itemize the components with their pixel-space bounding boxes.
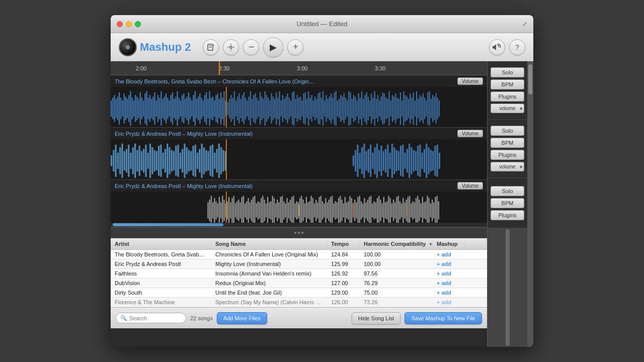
svg-rect-268 <box>363 144 365 178</box>
solo-btn-1[interactable]: Solo <box>491 67 524 77</box>
svg-rect-323 <box>236 201 237 219</box>
svg-rect-240 <box>178 145 179 177</box>
svg-rect-64 <box>207 99 208 118</box>
track-waveform-3[interactable] <box>111 192 487 227</box>
svg-rect-171 <box>380 97 381 120</box>
svg-rect-197 <box>423 94 424 124</box>
playhead[interactable] <box>219 61 220 75</box>
settings-button[interactable] <box>223 39 239 55</box>
svg-rect-36 <box>163 99 164 118</box>
svg-rect-111 <box>284 99 285 118</box>
cell-tempo: 126.00 <box>327 299 360 305</box>
add-button[interactable]: + <box>287 39 303 55</box>
svg-rect-301 <box>434 146 436 176</box>
svg-rect-317 <box>227 201 228 219</box>
play-button[interactable]: ▶ <box>263 37 283 57</box>
svg-rect-90 <box>250 92 251 126</box>
svg-rect-407 <box>372 204 373 218</box>
svg-rect-432 <box>412 201 413 219</box>
svg-rect-223 <box>141 151 142 170</box>
add-song-btn-5[interactable]: + add <box>433 290 465 296</box>
svg-rect-321 <box>233 196 234 225</box>
bpm-btn-2[interactable]: BPM <box>491 138 524 148</box>
add-song-btn-2[interactable]: + add <box>433 261 465 267</box>
hide-song-list-button[interactable]: Hide Song List <box>352 312 401 324</box>
cell-song: Until the End (feat. Joe Gil) <box>211 290 327 296</box>
svg-rect-126 <box>308 92 309 126</box>
svg-rect-320 <box>231 198 232 223</box>
col-header-compat[interactable]: Harmonic Compatibility ▼ <box>360 241 433 247</box>
svg-rect-84 <box>240 99 242 118</box>
svg-rect-58 <box>198 97 199 120</box>
track-volume-btn-1[interactable]: Volume <box>457 77 483 85</box>
save-mashup-button[interactable]: Save Mashup To New File <box>405 312 482 324</box>
table-row[interactable]: Faithless Insomnia (Armand Van Helden's … <box>111 269 487 279</box>
remove-button[interactable]: − <box>243 39 259 55</box>
vertical-scrollbar[interactable] <box>527 61 533 347</box>
svg-rect-201 <box>429 92 430 126</box>
svg-rect-52 <box>188 93 189 125</box>
svg-rect-127 <box>309 98 310 119</box>
track-3-controls: Solo BPM Plugins <box>488 178 527 228</box>
svg-rect-415 <box>385 202 386 218</box>
svg-rect-59 <box>199 94 200 124</box>
bpm-btn-1[interactable]: BPM <box>491 79 524 89</box>
svg-rect-222 <box>139 146 140 176</box>
svg-rect-62 <box>204 95 205 122</box>
add-song-btn-3[interactable]: + add <box>433 270 465 277</box>
table-row[interactable]: Dirty South Until the End (feat. Joe Gil… <box>111 288 487 298</box>
track-type-select-1[interactable]: volume <box>491 104 524 113</box>
table-row[interactable]: DubVision Redux (Original Mix) 127.00 76… <box>111 279 487 288</box>
solo-btn-3[interactable]: Solo <box>491 186 524 196</box>
svg-rect-307 <box>211 196 212 225</box>
search-icon: 🔍 <box>120 315 127 321</box>
svg-rect-149 <box>345 98 346 119</box>
svg-rect-108 <box>279 92 280 126</box>
svg-rect-105 <box>274 99 275 118</box>
expand-button[interactable]: ⤢ <box>522 21 527 28</box>
svg-rect-277 <box>383 151 384 170</box>
toolbar-right: ? <box>489 39 525 55</box>
svg-rect-366 <box>306 197 307 224</box>
table-row[interactable]: The Bloody Beetroots, Greta Svabo Bech C… <box>111 250 487 259</box>
add-more-files-button[interactable]: Add More Files <box>217 312 267 324</box>
plugins-btn-1[interactable]: Plugins <box>491 92 524 102</box>
svg-rect-356 <box>290 200 291 221</box>
help-button[interactable]: ? <box>509 39 525 55</box>
svg-rect-243 <box>184 144 185 178</box>
resize-divider[interactable] <box>111 227 487 238</box>
add-song-btn-1[interactable]: + add <box>433 251 465 257</box>
plugins-btn-3[interactable]: Plugins <box>491 210 524 220</box>
solo-btn-2[interactable]: Solo <box>491 126 524 136</box>
table-row[interactable]: Eric Prydz & Andreas Postl Mighty Love (… <box>111 259 487 269</box>
edit-button[interactable] <box>203 39 219 55</box>
add-song-btn-4[interactable]: + add <box>433 280 465 286</box>
search-input[interactable] <box>129 315 182 321</box>
add-song-btn-6[interactable]: + add <box>433 299 465 305</box>
close-button[interactable] <box>117 21 123 27</box>
table-row[interactable]: Florence & The Machine Spectrum (Say My … <box>111 298 487 307</box>
svg-rect-345 <box>272 196 273 225</box>
plugins-btn-2[interactable]: Plugins <box>491 150 524 160</box>
track-volume-btn-2[interactable]: Volume <box>457 130 483 137</box>
svg-rect-151 <box>348 92 349 126</box>
bpm-btn-3[interactable]: BPM <box>491 198 524 208</box>
svg-rect-341 <box>266 204 267 218</box>
svg-rect-363 <box>301 196 302 225</box>
track-type-select-2[interactable]: volume <box>491 162 524 171</box>
right-scrollbar[interactable] <box>488 228 527 347</box>
svg-rect-125 <box>306 99 307 118</box>
svg-rect-142 <box>334 93 335 125</box>
track-waveform-1[interactable] <box>111 87 487 127</box>
svg-rect-172 <box>382 93 383 125</box>
svg-rect-69 <box>215 95 216 122</box>
track-waveform-2[interactable] <box>111 139 487 179</box>
svg-rect-23 <box>141 98 142 119</box>
maximize-button[interactable] <box>135 21 141 27</box>
svg-rect-181 <box>396 98 397 119</box>
minimize-button[interactable] <box>126 21 132 27</box>
volume-button[interactable] <box>489 39 505 55</box>
track-volume-btn-3[interactable]: Volume <box>457 182 483 190</box>
svg-rect-133 <box>319 93 320 125</box>
svg-rect-402 <box>364 198 365 223</box>
